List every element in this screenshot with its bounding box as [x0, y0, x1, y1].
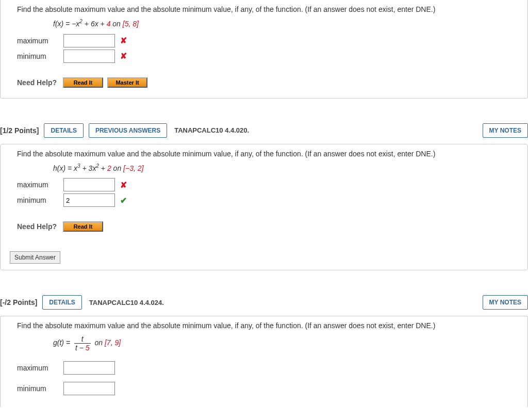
details-button[interactable]: DETAILS: [44, 123, 83, 138]
q3-ref: TANAPCALC10 4.4.024.: [89, 299, 164, 306]
my-notes-button[interactable]: MY NOTES: [483, 123, 528, 138]
q2-min-label: minimum: [17, 196, 58, 204]
wrong-icon: ✘: [120, 51, 127, 61]
q2-points: [1/2 Points]: [0, 126, 39, 135]
q3-min-label: minimum: [17, 384, 58, 393]
q2-header: [1/2 Points] DETAILS PREVIOUS ANSWERS TA…: [0, 119, 528, 142]
need-help-label: Need Help?: [17, 78, 57, 87]
q3-points: [-/2 Points]: [0, 298, 37, 306]
need-help-label: Need Help?: [17, 222, 57, 231]
q3-header: [-/2 Points] DETAILS TANAPCALC10 4.4.024…: [0, 291, 528, 314]
read-it-button[interactable]: Read It: [63, 77, 103, 88]
wrong-icon: ✘: [120, 36, 127, 45]
q3-prompt: Find the absolute maximum value and the …: [17, 321, 517, 330]
q3-min-input[interactable]: [63, 382, 115, 395]
question-2: Find the absolute maximum value and the …: [0, 144, 528, 271]
q1-min-input[interactable]: [63, 50, 115, 63]
submit-answer-button[interactable]: Submit Answer: [10, 251, 60, 264]
q3-max-label: maximum: [17, 364, 58, 372]
q1-max-label: maximum: [17, 37, 58, 45]
q2-min-input[interactable]: [63, 193, 115, 207]
q2-prompt: Find the absolute maximum value and the …: [17, 150, 517, 158]
master-it-button[interactable]: Master It: [107, 77, 147, 88]
wrong-icon: ✘: [120, 180, 127, 190]
q3-function: g(t) = t t − 5 on [7, 9]: [53, 335, 517, 352]
q1-min-label: minimum: [17, 52, 58, 60]
q2-max-label: maximum: [17, 181, 58, 189]
q2-ref: TANAPCALC10 4.4.020.: [174, 126, 249, 134]
details-button[interactable]: DETAILS: [42, 295, 81, 310]
previous-answers-button[interactable]: PREVIOUS ANSWERS: [89, 123, 167, 138]
read-it-button[interactable]: Read It: [63, 221, 103, 232]
check-icon: ✔: [120, 196, 127, 205]
question-1: Find the absolute maximum value and the …: [0, 0, 528, 99]
q1-max-input[interactable]: [63, 34, 115, 47]
q3-max-input[interactable]: [63, 361, 115, 375]
q2-max-input[interactable]: [63, 178, 115, 191]
question-3: Find the absolute maximum value and the …: [0, 316, 528, 408]
q1-function: f(x) = −x2 + 6x + 4 on [5, 8]: [53, 19, 517, 28]
my-notes-button[interactable]: MY NOTES: [483, 295, 528, 310]
q1-prompt: Find the absolute maximum value and the …: [17, 5, 517, 13]
q2-function: h(x) = x3 + 3x2 + 2 on [−3, 2]: [53, 163, 517, 172]
